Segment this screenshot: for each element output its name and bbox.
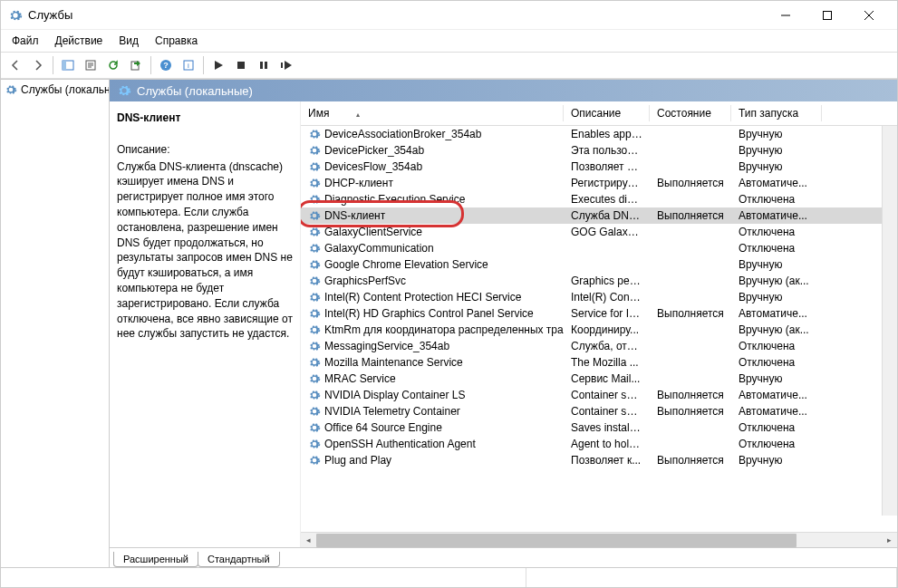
service-row[interactable]: GalaxyClientServiceGOG Galaxy c...Отключ… (301, 224, 897, 240)
service-description: Intel(R) Conte... (564, 291, 650, 304)
help-button[interactable]: ? (155, 54, 177, 76)
gear-icon (308, 242, 321, 255)
workspace: Службы (локальн Службы (локальные) DNS-к… (1, 79, 897, 567)
service-name: MessagingService_354ab (324, 340, 449, 352)
selected-service-title: DNS-клиент (117, 111, 293, 126)
menubar: Файл Действие Вид Справка (1, 30, 897, 52)
service-description: Service for Int... (564, 307, 650, 320)
menu-view[interactable]: Вид (111, 32, 146, 50)
stop-service-button[interactable] (230, 54, 252, 76)
column-header-state[interactable]: Состояние (650, 101, 731, 125)
service-row[interactable]: Intel(R) HD Graphics Control Panel Servi… (301, 305, 897, 322)
service-name: Google Chrome Elevation Service (324, 258, 488, 271)
service-row[interactable]: DevicesFlow_354abПозволяет ф...Вручную (301, 159, 897, 175)
vertical-scrollbar[interactable] (882, 126, 897, 516)
list-rows: DeviceAssociationBroker_354abEnables app… (301, 126, 897, 532)
svg-rect-2 (63, 61, 66, 70)
horizontal-scrollbar[interactable]: ◂ ▸ (301, 532, 897, 547)
service-name: Mozilla Maintenance Service (324, 356, 463, 369)
tree-root-label: Службы (локальн (21, 83, 110, 96)
service-description: GOG Galaxy c... (564, 226, 650, 238)
about-button[interactable]: i (178, 54, 199, 76)
service-description: Saves installat... (564, 421, 650, 434)
column-header-description[interactable]: Описание (564, 101, 650, 125)
service-row[interactable]: Mozilla Maintenance ServiceThe Mozilla .… (301, 354, 897, 371)
service-description: Позволяет ф... (564, 160, 650, 173)
service-row[interactable]: GalaxyCommunicationОтключена (301, 240, 897, 256)
service-startup: Отключена (731, 226, 822, 238)
view-tabs: Расширенный Стандартный (110, 547, 897, 567)
service-startup: Вручную (731, 372, 822, 385)
service-name: GraphicsPerfSvc (324, 275, 406, 287)
service-row[interactable]: GraphicsPerfSvcGraphics perf...Вручную (… (301, 273, 897, 289)
menu-file[interactable]: Файл (5, 32, 46, 50)
service-row[interactable]: NVIDIA Telemetry ContainerContainer ser.… (301, 403, 897, 419)
tab-extended[interactable]: Расширенный (113, 552, 198, 567)
service-name: NVIDIA Display Container LS (324, 389, 465, 401)
service-row[interactable]: Office 64 Source EngineSaves installat..… (301, 419, 897, 436)
service-name: DHCP-клиент (324, 177, 393, 189)
service-description: Enables apps ... (564, 128, 650, 140)
service-row[interactable]: NVIDIA Display Container LSContainer ser… (301, 387, 897, 403)
pause-service-button[interactable] (253, 54, 275, 76)
column-header-name[interactable]: Имя▴ (301, 101, 564, 125)
tree-pane: Службы (локальн (1, 80, 110, 567)
column-header-startup[interactable]: Тип запуска (731, 101, 822, 125)
service-row[interactable]: DNS-клиентСлужба DNS...ВыполняетсяАвтома… (301, 207, 897, 224)
gear-icon (308, 356, 321, 369)
statusbar (1, 567, 897, 587)
minimize-button[interactable] (765, 1, 806, 29)
service-name: KtmRm для координатора распределенных тр… (324, 323, 564, 336)
menu-action[interactable]: Действие (48, 32, 111, 50)
gear-icon (308, 405, 321, 418)
service-description: Эта пользова... (564, 144, 650, 157)
gear-icon (117, 83, 131, 98)
titlebar: Службы (1, 1, 897, 30)
description-text: Служба DNS-клиента (dnscache) кэширует и… (117, 159, 293, 342)
forward-button[interactable] (27, 54, 49, 76)
scroll-right-icon[interactable]: ▸ (882, 533, 897, 548)
refresh-button[interactable] (102, 54, 124, 76)
service-row[interactable]: KtmRm для координатора распределенных тр… (301, 322, 897, 338)
properties-button[interactable] (80, 54, 101, 76)
service-row[interactable]: Intel(R) Content Protection HECI Service… (301, 289, 897, 305)
restart-service-button[interactable] (275, 54, 297, 76)
service-row[interactable]: DevicePicker_354abЭта пользова...Вручную (301, 142, 897, 159)
service-row[interactable]: DHCP-клиентРегистрируе...ВыполняетсяАвто… (301, 175, 897, 191)
export-button[interactable] (125, 54, 147, 76)
start-service-button[interactable] (208, 54, 229, 76)
gear-icon (308, 258, 321, 271)
menu-help[interactable]: Справка (148, 32, 205, 50)
close-button[interactable] (848, 1, 890, 29)
gear-icon (308, 323, 321, 336)
service-name: Plug and Play (324, 454, 391, 467)
gear-icon (308, 226, 321, 238)
gear-icon (5, 83, 17, 96)
service-row[interactable]: OpenSSH Authentication AgentAgent to hol… (301, 436, 897, 452)
scroll-left-icon[interactable]: ◂ (301, 533, 316, 548)
gear-icon (308, 421, 321, 434)
service-row[interactable]: Plug and PlayПозволяет к...ВыполняетсяВр… (301, 452, 897, 468)
show-hide-tree-button[interactable] (57, 54, 79, 76)
service-startup: Вручную (731, 454, 822, 467)
maximize-button[interactable] (806, 1, 848, 29)
svg-rect-10 (260, 62, 263, 69)
svg-rect-9 (237, 62, 245, 69)
tab-standard[interactable]: Стандартный (198, 552, 280, 567)
tree-root-services[interactable]: Службы (локальн (1, 82, 109, 98)
service-row[interactable]: MRAC ServiceСервис Mail...Вручную (301, 371, 897, 387)
services-list-pane: Имя▴ Описание Состояние Тип запуска Devi… (300, 101, 897, 547)
service-row[interactable]: Diagnostic Execution ServiceExecutes dia… (301, 191, 897, 207)
svg-rect-0 (824, 11, 832, 19)
service-row[interactable]: DeviceAssociationBroker_354abEnables app… (301, 126, 897, 142)
service-row[interactable]: MessagingService_354abСлужба, отве...Отк… (301, 338, 897, 354)
gear-icon (308, 144, 321, 157)
service-name: GalaxyClientService (324, 226, 422, 238)
service-name: DeviceAssociationBroker_354ab (324, 128, 481, 140)
service-name: MRAC Service (324, 372, 396, 385)
service-row[interactable]: Google Chrome Elevation ServiceВручную (301, 256, 897, 273)
service-startup: Отключена (731, 193, 822, 206)
back-button[interactable] (5, 54, 26, 76)
service-state: Выполняется (650, 454, 731, 467)
service-state: Выполняется (650, 307, 731, 320)
